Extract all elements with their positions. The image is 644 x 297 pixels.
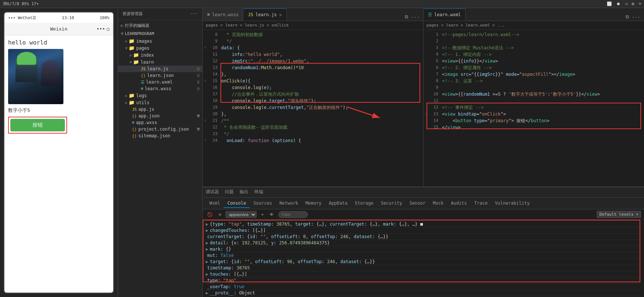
sidebar-item-learn-wxml[interactable]: ☰ learn.wxml U xyxy=(118,79,202,85)
devtools-tab-memory[interactable]: Memory xyxy=(302,199,325,208)
sidebar-item-utils[interactable]: ▷ 📁 utils xyxy=(118,99,202,106)
split-editor-right-icon[interactable]: ⧉ xyxy=(625,13,630,21)
filter-input[interactable] xyxy=(278,211,308,218)
devtools-tab-vulnerability[interactable]: Vulnerability xyxy=(491,199,533,208)
line-num-15: 15 xyxy=(208,78,221,84)
tab-output[interactable]: 输出 xyxy=(240,187,248,197)
code-icon[interactable]: ⌨ xyxy=(638,1,641,6)
devtools-tab-console[interactable]: Console xyxy=(224,199,250,208)
system-bar-left-text: 周6/7/8 85% 17▾ xyxy=(3,1,607,7)
left-breadcrumb: pages > learn > learn.js > onClick xyxy=(203,21,423,30)
sidebar-item-app-js[interactable]: JS app.js xyxy=(118,106,202,113)
appservice-select[interactable]: appservice xyxy=(226,211,257,218)
devtools-tab-mock[interactable]: Mock xyxy=(429,199,447,208)
line-content-18: console.log(e.target,"源头组件"); xyxy=(221,98,423,104)
sidebar-item-sitemap[interactable]: {} sitemap.json xyxy=(118,132,202,139)
phone-button-container: 按钮 xyxy=(8,117,67,134)
tab-terminal[interactable]: 终端 xyxy=(254,187,263,197)
bottom-top-tabs: 调试器 问题 输出 终端 xyxy=(203,187,644,198)
console-line-6: mut: false xyxy=(206,252,641,259)
phone-button[interactable]: 按钮 xyxy=(10,119,65,131)
right-tabbar: ☰ learn.wxml ⧉ ··· xyxy=(424,8,644,21)
phone-panel: ••• WeChat☰ 13:10 100% Weixin ••• ○ hell… xyxy=(0,8,118,297)
wxml-num-12: 12 xyxy=(429,104,442,111)
sidebar-item-logs[interactable]: ▷ 📁 logs xyxy=(118,92,202,99)
devtools-tab-wxml[interactable]: Wxml xyxy=(206,199,224,208)
project-toggle[interactable]: ▽ LEARNPROGRAM xyxy=(118,30,202,38)
line-content-19: console.log(e.currentTarget,"正在触发的组件"); xyxy=(221,104,423,111)
sidebar-item-learn-wxss[interactable]: ⌘ learn.wxss U xyxy=(118,85,202,92)
editor-pane-left: ⌘ learn.wxss JS learn.js ✕ ⧉ ··· pag xyxy=(203,8,424,187)
devtools-tab-sensor[interactable]: Sensor xyxy=(406,199,429,208)
expand-icon-5[interactable]: ▶ xyxy=(206,247,208,252)
expand-icon-7[interactable]: ▶ xyxy=(206,259,208,264)
right-editor-code[interactable]: 1 <!--pages/learn/learn.wxml--> 2 3 <!--… xyxy=(424,30,644,187)
sidebar-item-pages[interactable]: ▽ 📁 pages xyxy=(118,45,202,52)
tab-learn-wxml[interactable]: ☰ learn.wxml xyxy=(424,8,466,21)
phone-status-bar: ••• WeChat☰ 13:10 100% xyxy=(4,13,113,23)
tab-learn-wxss[interactable]: ⌘ learn.wxss xyxy=(203,8,243,21)
expand-icon-2[interactable]: ▶ xyxy=(206,228,208,233)
learn-js-badge: U xyxy=(197,67,199,71)
wxml-fold-13[interactable]: ▽ xyxy=(424,111,429,117)
devtools-tab-audits[interactable]: Audits xyxy=(447,199,470,208)
sidebar-item-learn-json[interactable]: {} learn.json U xyxy=(118,72,202,79)
devtools-tab-network[interactable]: Network xyxy=(276,199,302,208)
expand-icon-9[interactable]: ▶ xyxy=(206,272,208,277)
devtools-tabs: Wxml Console Sources Network Memory AppD… xyxy=(203,198,644,209)
wxss-file-icon-app: ⌘ xyxy=(132,120,135,125)
sidebar-item-project-config[interactable]: {} project.config.json M xyxy=(118,126,202,132)
js-file-icon-learn: JS xyxy=(141,67,146,71)
wxml-num-6: 6 xyxy=(429,64,442,71)
tab-debugger[interactable]: 调试器 xyxy=(206,187,219,197)
fold-icon-10[interactable]: ▽ xyxy=(203,45,208,51)
sidebar-item-app-wxss[interactable]: ⌘ app.wxss xyxy=(118,119,202,126)
toolbar-clear-icon[interactable]: ⊘ xyxy=(217,211,223,218)
monitor-icon[interactable]: ⬜ xyxy=(607,1,612,6)
tab-problems[interactable]: 问题 xyxy=(225,187,234,197)
sidebar-item-learn[interactable]: ▽ 📁 learn xyxy=(118,59,202,66)
code-line-10: ▽ 10 data: { xyxy=(203,45,423,51)
toolbar-eye-icon[interactable]: 👁 xyxy=(268,211,275,218)
grid-icon[interactable]: ⊞ xyxy=(632,1,634,6)
wxml-num-2: 2 xyxy=(429,38,442,45)
code-line-13: 13 randomNum1:Math.random()*10 xyxy=(203,64,423,71)
fold-icon-15[interactable]: ▽ xyxy=(203,78,208,84)
play-icon[interactable]: ⏺ xyxy=(616,1,620,6)
console-output[interactable]: ▶ {type: "tap", timeStamp: 38765, target… xyxy=(203,220,644,297)
expand-icon-1[interactable]: ▶ xyxy=(206,222,208,227)
more-actions-icon[interactable]: ··· xyxy=(410,14,420,21)
split-editor-icon[interactable]: ⧉ xyxy=(404,13,409,21)
toolbar-dropdown-icon[interactable]: ▾ xyxy=(260,211,265,218)
console-text-3: currentTarget: {id: "", offsetLeft: 0, o… xyxy=(207,234,388,239)
fold-icon-21[interactable]: ▽ xyxy=(203,117,208,124)
tab-close-icon[interactable]: ✕ xyxy=(279,12,282,18)
back-icon[interactable]: ◁ xyxy=(625,1,627,6)
expand-icon-4[interactable]: ▶ xyxy=(206,240,208,245)
console-text-6: mut: false xyxy=(207,253,234,258)
sidebar-item-learn-js[interactable]: JS learn.js U xyxy=(118,66,202,72)
sidebar-item-index[interactable]: ▷ 📁 index xyxy=(118,52,202,59)
sidebar-item-images[interactable]: ▷ 📁 images xyxy=(118,38,202,45)
toolbar-ban-icon[interactable]: 🚫 xyxy=(206,211,214,218)
tab-learn-js[interactable]: JS learn.js ✕ xyxy=(243,8,287,21)
expand-icon-12[interactable]: ▶ xyxy=(206,290,208,296)
left-editor-code[interactable]: 8 * 页面的初始数据 9 */ ▽ 10 data: { xyxy=(203,30,423,187)
explorer-more-icon[interactable]: ··· xyxy=(191,11,198,16)
devtools-tab-appdata[interactable]: AppData xyxy=(325,199,351,208)
chevron-down-icon-learn: ▽ xyxy=(130,60,132,64)
code-line-23: 23 */ xyxy=(203,131,423,137)
open-editors-toggle[interactable]: ▷ 打开的编辑器 xyxy=(118,21,202,30)
sidebar-item-app-json[interactable]: {} app.json M xyxy=(118,113,202,119)
more-actions-right-icon[interactable]: ··· xyxy=(631,14,641,21)
console-line-11: _userTap: true xyxy=(206,284,641,290)
devtools-tab-storage[interactable]: Storage xyxy=(351,199,377,208)
fold-icon-24[interactable]: ▽ xyxy=(203,137,208,144)
devtools-tab-sources[interactable]: Sources xyxy=(250,199,276,208)
devtools-tab-security[interactable]: Security xyxy=(377,199,406,208)
wxml-line-15: 15 </view> xyxy=(424,124,644,131)
folder-icon-pages: 📁 xyxy=(129,45,135,51)
wxml-content-15: </view> xyxy=(442,124,644,131)
default-levels[interactable]: Default levels ▾ xyxy=(597,211,641,218)
devtools-tab-trace[interactable]: Trace xyxy=(471,199,491,208)
